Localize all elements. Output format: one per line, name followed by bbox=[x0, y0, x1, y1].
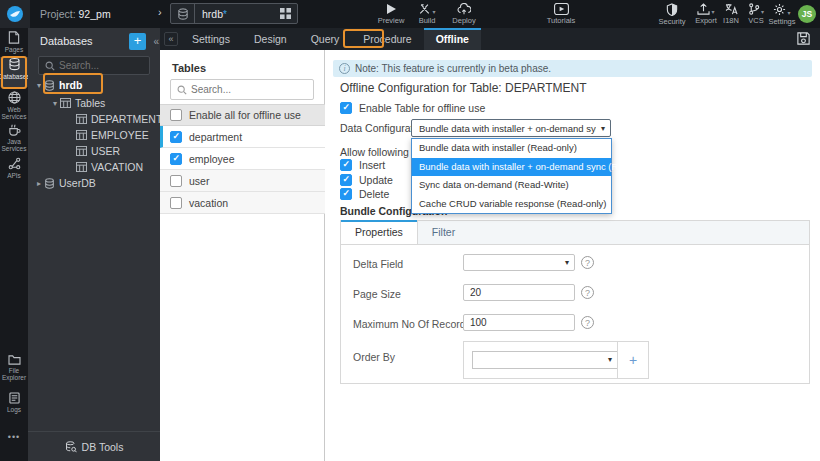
table-icon bbox=[60, 98, 71, 108]
more-menu-button[interactable]: ••• bbox=[0, 432, 28, 442]
add-database-button[interactable]: + bbox=[129, 33, 146, 50]
table-row-department[interactable]: department bbox=[160, 126, 325, 148]
caret-down-icon: ▾ bbox=[601, 124, 605, 133]
data-configuration-menu: Bundle data with installer (Read-only) B… bbox=[411, 138, 612, 214]
max-records-label: Maximum No Of Records bbox=[353, 318, 471, 330]
insert-operation-row[interactable]: Insert bbox=[340, 159, 385, 171]
enable-table-checkbox[interactable] bbox=[340, 102, 352, 114]
settings-button[interactable]: ▾ Settings bbox=[762, 3, 802, 26]
caret-down-icon[interactable]: ▾ bbox=[34, 81, 44, 90]
tree-node-user[interactable]: USER bbox=[28, 143, 160, 159]
table-icon bbox=[76, 146, 87, 156]
add-order-by-button[interactable]: + bbox=[617, 341, 648, 379]
enable-table-row[interactable]: Enable Table for offline use bbox=[340, 102, 485, 114]
grid-icon[interactable] bbox=[273, 8, 297, 19]
sidebar-item-file-explorer[interactable]: File Explorer bbox=[0, 354, 28, 386]
department-checkbox[interactable] bbox=[170, 131, 182, 143]
sidebar-item-apis[interactable]: APIs bbox=[0, 157, 28, 183]
db-tools-button[interactable]: DB Tools bbox=[28, 431, 160, 461]
save-icon[interactable] bbox=[796, 31, 814, 47]
collapse-panel-icon[interactable]: « bbox=[153, 36, 159, 47]
page-size-input[interactable] bbox=[463, 284, 575, 301]
logo-icon bbox=[6, 5, 24, 23]
page-size-label: Page Size bbox=[353, 288, 401, 300]
update-checkbox[interactable] bbox=[340, 174, 352, 186]
beta-note-banner: i Note: This feature is currently in bet… bbox=[333, 60, 812, 77]
security-button[interactable]: Security bbox=[652, 3, 692, 26]
tree-node-hrdb[interactable]: ▾ hrdb bbox=[28, 75, 160, 95]
delta-field-select[interactable]: ▾ bbox=[463, 254, 575, 271]
sidebar-item-web-services[interactable]: Web Services bbox=[0, 91, 28, 123]
tab-procedure[interactable]: Procedure bbox=[351, 28, 423, 50]
enable-all-row[interactable]: Enable all for offline use bbox=[160, 104, 325, 126]
build-button[interactable]: ▾ Build bbox=[410, 3, 444, 25]
user-checkbox[interactable] bbox=[170, 175, 182, 187]
sidebar-item-java-services[interactable]: Java Services bbox=[0, 123, 28, 155]
tutorials-video-icon bbox=[554, 3, 569, 15]
sidebar-item-databases[interactable]: Databases bbox=[0, 57, 28, 87]
tree-node-vacation[interactable]: VACATION bbox=[28, 159, 160, 175]
enable-all-checkbox[interactable] bbox=[170, 109, 182, 121]
delete-checkbox[interactable] bbox=[340, 188, 352, 200]
update-operation-row[interactable]: Update bbox=[340, 174, 393, 186]
play-icon bbox=[385, 3, 397, 15]
database-search[interactable] bbox=[38, 56, 150, 75]
sidebar-item-logs[interactable]: Logs bbox=[0, 392, 28, 418]
tables-search-input[interactable] bbox=[191, 84, 296, 95]
order-by-group: ▾ + bbox=[463, 341, 649, 379]
export-icon bbox=[697, 3, 710, 15]
delta-field-help-icon[interactable]: ? bbox=[581, 256, 594, 269]
tab-design[interactable]: Design bbox=[242, 28, 299, 50]
tab-filter[interactable]: Filter bbox=[418, 221, 469, 244]
pages-icon bbox=[8, 31, 20, 44]
shield-icon bbox=[666, 3, 678, 16]
table-row-vacation[interactable]: vacation bbox=[160, 192, 325, 214]
menu-option-sync-ondemand[interactable]: Sync data on-demand (Read-Write) bbox=[412, 176, 611, 195]
tab-offline[interactable]: Offline bbox=[424, 28, 481, 50]
tab-properties[interactable]: Properties bbox=[341, 220, 418, 244]
search-input[interactable] bbox=[59, 60, 139, 71]
tutorials-button[interactable]: Tutorials bbox=[538, 3, 584, 25]
tree-node-tables[interactable]: ▾ Tables bbox=[28, 95, 160, 111]
page-size-help-icon[interactable]: ? bbox=[581, 286, 594, 299]
tables-list: Enable all for offline use department em… bbox=[160, 104, 325, 214]
tables-search[interactable] bbox=[170, 79, 314, 100]
app-logo[interactable] bbox=[0, 0, 30, 28]
editor-tab-bar: « Settings Design Query Procedure Offlin… bbox=[160, 28, 820, 50]
menu-option-bundle-installer[interactable]: Bundle data with installer (Read-only) bbox=[412, 139, 611, 158]
vacation-checkbox[interactable] bbox=[170, 197, 182, 209]
tables-panel: Tables Enable all for offline use depart… bbox=[160, 50, 325, 461]
preview-button[interactable]: Preview bbox=[372, 3, 410, 25]
tab-query[interactable]: Query bbox=[299, 28, 352, 50]
table-row-employee[interactable]: employee bbox=[160, 148, 325, 170]
offline-config-panel: i Note: This feature is currently in bet… bbox=[325, 50, 820, 461]
collapse-sidebar-icon[interactable]: « bbox=[164, 32, 178, 46]
database-icon bbox=[171, 4, 195, 23]
caret-down-icon[interactable]: ▾ bbox=[50, 99, 60, 108]
order-by-select[interactable]: ▾ bbox=[472, 351, 618, 369]
caret-right-icon[interactable]: ▸ bbox=[34, 179, 44, 188]
max-records-help-icon[interactable]: ? bbox=[581, 316, 594, 329]
employee-checkbox[interactable] bbox=[170, 153, 182, 165]
project-breadcrumb[interactable]: Project: 92_pm bbox=[40, 8, 111, 20]
menu-option-bundle-ondemand[interactable]: Bundle data with installer + on-demand s… bbox=[412, 158, 611, 177]
activity-bar: Pages Databases Web Services Java Servic… bbox=[0, 28, 28, 461]
tree-node-employee[interactable]: EMPLOYEE bbox=[28, 127, 160, 143]
menu-option-cache-crud[interactable]: Cache CRUD variable response (Read-only) bbox=[412, 195, 611, 214]
caret-down-icon: ▾ bbox=[608, 355, 612, 364]
tab-settings[interactable]: Settings bbox=[180, 28, 242, 50]
insert-checkbox[interactable] bbox=[340, 159, 352, 171]
table-row-user[interactable]: user bbox=[160, 170, 325, 192]
database-icon bbox=[44, 178, 55, 189]
max-records-input[interactable] bbox=[463, 314, 575, 331]
user-avatar[interactable]: JS bbox=[798, 5, 816, 23]
sidebar-item-pages[interactable]: Pages bbox=[0, 31, 28, 57]
table-icon bbox=[76, 130, 87, 140]
data-configuration-select[interactable]: Bundle data with installer + on-demand s… bbox=[411, 119, 611, 137]
database-tree: ▾ hrdb ▾ Tables DEPARTMENT EMPLOYEE bbox=[28, 75, 160, 191]
delete-operation-row[interactable]: Delete bbox=[340, 188, 389, 200]
artifact-tab-hrdb[interactable]: hrdb* bbox=[170, 3, 298, 24]
tree-node-userdb[interactable]: ▸ UserDB bbox=[28, 175, 160, 191]
deploy-button[interactable]: Deploy bbox=[444, 3, 484, 25]
tree-node-department[interactable]: DEPARTMENT bbox=[28, 111, 160, 127]
